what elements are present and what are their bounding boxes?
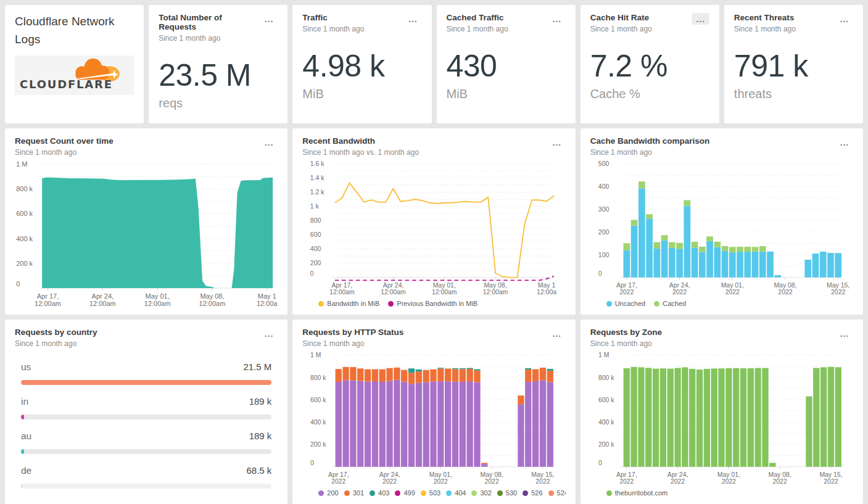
svg-text:600 k: 600 k [598,397,614,403]
panel-requests-by-zone: Requests by Zone Since 1 month ago … 1 M… [581,320,863,504]
legend-label: Uncached [615,300,646,307]
cloudflare-wordmark: CLOUDFLARE [20,78,113,91]
legend-item[interactable]: 526 [523,489,542,497]
svg-text:1.6 k: 1.6 k [310,160,324,167]
svg-text:Apr 17,: Apr 17, [37,292,59,300]
svg-text:2022: 2022 [434,478,448,485]
panel-menu-icon[interactable]: … [835,328,853,339]
panel-cache-bandwidth: Cache Bandwidth comparison Since 1 month… [581,128,863,315]
svg-text:May 15,: May 15, [532,471,555,478]
svg-text:Apr 17,: Apr 17, [616,282,637,289]
legend-label: 200 [327,489,338,497]
svg-text:12:00am: 12:00am [35,300,61,307]
legend-item[interactable]: 302 [471,489,491,497]
country-bar-track [21,380,271,385]
svg-text:12:00am: 12:00am [329,289,355,295]
panel-menu-icon[interactable]: … [260,328,278,339]
svg-text:2022: 2022 [382,478,397,485]
panel-menu-icon[interactable]: … [692,13,709,25]
svg-text:12:00am: 12:00am [432,289,457,295]
svg-text:200 k: 200 k [310,441,326,448]
country-value: 21.5 M [243,361,271,372]
panel-menu-icon[interactable]: … [548,328,566,339]
svg-text:500: 500 [598,160,610,167]
country-value: 189 k [249,431,272,441]
legend-item[interactable]: 524 [548,489,566,497]
chart-legend: UncachedCached [590,297,853,308]
svg-text:12:00am: 12:00am [381,289,407,295]
svg-text:800 k: 800 k [16,185,33,192]
svg-text:2022: 2022 [824,478,838,485]
dashboard-title: Cloudflare Network Logs [15,13,134,48]
svg-text:May 08,: May 08, [774,282,796,289]
svg-text:12:00a: 12:00a [537,289,556,295]
legend-color-dot [421,490,426,496]
country-bar-fill [21,415,24,419]
legend-item[interactable]: 499 [395,489,415,497]
stat-value: 23.5 M [159,57,278,93]
svg-text:2022: 2022 [331,478,345,485]
legend-color-dot [548,490,554,496]
legend-item[interactable]: Bandwidth in MiB [318,300,379,307]
country-code: in [21,396,28,407]
country-row: au189 k [21,431,271,454]
legend-label: 404 [455,489,466,497]
svg-text:May 01,: May 01, [721,282,743,289]
legend-item[interactable]: 530 [497,489,517,497]
legend-color-dot [654,301,659,307]
panel-menu-icon[interactable]: … [404,13,422,25]
panel-menu-icon[interactable]: … [548,13,566,25]
panel-menu-icon[interactable]: … [835,13,853,25]
stat-unit: threats [734,87,853,101]
svg-text:400: 400 [310,246,321,252]
legend-item[interactable]: 403 [370,489,389,497]
panel-total-requests: Total Number of Requests Since 1 month a… [149,5,287,123]
legend-item[interactable]: Cached [654,300,686,307]
legend-color-dot [395,490,400,496]
requests-zone-bar-chart: 1 M800 k600 k400 k200 k0Apr 17,2022Apr 2… [590,349,853,486]
svg-text:12:00am: 12:00am [199,300,226,307]
svg-text:2022: 2022 [831,289,845,295]
panel-title: Requests by HTTP Status [302,328,403,337]
panel-title: Recent Threats [734,13,796,22]
panel-menu-icon[interactable]: … [835,136,853,148]
stat-unit: MiB [447,87,566,101]
svg-text:May 01,: May 01, [429,471,452,478]
legend-item[interactable]: Uncached [606,300,646,307]
panel-title: Traffic [302,13,364,22]
panel-subtitle: Since 1 month ago [590,148,710,157]
svg-text:1 M: 1 M [310,352,321,358]
panel-menu-icon[interactable]: … [548,136,566,148]
panel-subtitle: Since 1 month ago [159,34,260,43]
legend-item[interactable]: 200 [318,489,338,497]
panel-menu-icon[interactable]: … [260,136,278,148]
svg-text:400: 400 [598,183,610,190]
country-code: de [21,465,31,476]
svg-text:May 08,: May 08, [481,471,503,478]
legend-item[interactable]: theburritobot.com [606,489,668,497]
panel-title: Recent Bandwidth [302,136,419,146]
legend-item[interactable]: 503 [421,489,440,497]
cloudflare-logo: CLOUDFLARE [15,56,134,95]
legend-item[interactable]: 404 [446,489,466,497]
panel-traffic: Traffic Since 1 month ago … 4.98 k MiB [292,5,431,123]
svg-text:May 08,: May 08, [484,282,507,289]
country-row: us21.5 M [21,361,271,385]
legend-label: Bandwidth in MiB [327,300,379,307]
svg-text:400 k: 400 k [598,419,614,426]
legend-color-dot [446,490,452,496]
svg-text:Apr 24,: Apr 24, [669,282,690,289]
legend-item[interactable]: Previous Bandwidth in MiB [388,300,477,307]
legend-label: 524 [557,489,566,497]
panel-http-status: Requests by HTTP Status Since 1 month ag… [292,320,575,504]
panel-menu-icon[interactable]: … [260,13,278,25]
legend-item[interactable]: 301 [344,489,364,497]
legend-label: theburritobot.com [615,489,668,497]
svg-text:200: 200 [598,229,610,236]
dashboard-grid: Cloudflare Network Logs CLOUDFLARE Total… [0,0,868,504]
svg-text:Apr 24,: Apr 24, [379,471,400,478]
svg-text:0: 0 [598,460,602,466]
panel-title: Requests by Zone [590,328,662,337]
country-value: 189 k [249,396,272,407]
svg-text:1 M: 1 M [16,160,27,168]
